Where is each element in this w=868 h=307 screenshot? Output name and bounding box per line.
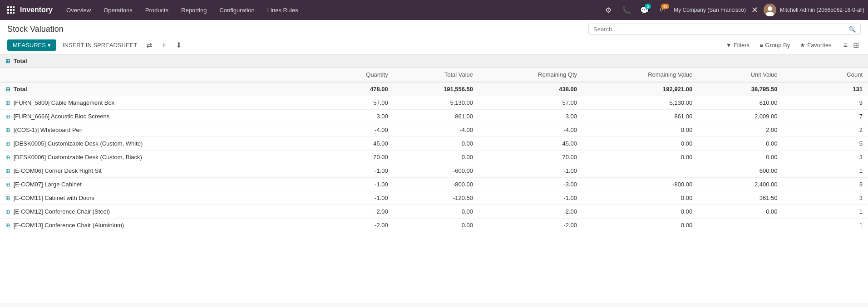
nav-operations[interactable]: Operations <box>97 0 139 20</box>
total-collapse-icon[interactable]: ⊟ <box>5 86 10 93</box>
svg-rect-0 <box>7 6 9 8</box>
clock-icon[interactable]: ⏱ 48 <box>656 3 670 17</box>
svg-rect-4 <box>10 9 12 11</box>
table-row: ⊞ [DESK0006] Customizable Desk (Custom, … <box>0 151 868 164</box>
row-count: 2 <box>783 123 868 137</box>
nav-configuration[interactable]: Configuration <box>213 0 261 20</box>
row-expand-icon[interactable]: ⊞ <box>5 127 10 133</box>
row-remaining-value <box>582 164 698 178</box>
row-quantity: -2.00 <box>308 219 393 232</box>
top-nav: Inventory Overview Operations Products R… <box>0 0 868 20</box>
row-unit-value: 810.00 <box>698 96 783 110</box>
row-remaining-qty: -2.00 <box>478 205 582 219</box>
svg-point-10 <box>768 6 772 11</box>
row-expand-icon[interactable]: ⊞ <box>5 168 10 174</box>
close-icon[interactable]: ✕ <box>751 5 758 15</box>
row-name: ⊞ [E-COM11] Cabinet with Doors <box>0 191 308 205</box>
row-unit-value: 361.50 <box>698 191 783 205</box>
row-count: 9 <box>783 96 868 110</box>
row-total-value: 0.00 <box>394 137 478 151</box>
gear-icon[interactable]: ⚙ <box>601 3 616 17</box>
total-count: 131 <box>783 82 868 96</box>
row-unit-value: 0.00 <box>698 205 783 219</box>
row-quantity: -1.00 <box>308 178 393 191</box>
group-expand-icon[interactable]: ⊞ <box>5 58 10 64</box>
row-expand-icon[interactable]: ⊞ <box>5 222 10 229</box>
nav-products[interactable]: Products <box>139 0 175 20</box>
row-total-value: -4.00 <box>394 123 478 137</box>
row-unit-value: 2,009.00 <box>698 110 783 123</box>
row-name: ⊞ [E-COM12] Conference Chair (Steel) <box>0 205 308 219</box>
nav-reporting[interactable]: Reporting <box>175 0 213 20</box>
table-row: ⊞ [(COS-1)] Whiteboard Pen -4.00 -4.00 -… <box>0 123 868 137</box>
avatar[interactable] <box>764 4 776 16</box>
col-header-unit-value: Unit Value <box>698 68 783 83</box>
row-expand-icon[interactable]: ⊞ <box>5 209 10 215</box>
svg-rect-8 <box>13 12 15 14</box>
group-header-row: ⊞ Total <box>0 55 868 68</box>
column-headers: Quantity Total Value Remaining Qty Remai… <box>0 68 868 83</box>
col-header-count: Count <box>783 68 868 83</box>
chat-badge: 5 <box>645 4 651 9</box>
search-input[interactable] <box>593 26 848 33</box>
table-row: ⊞ [E-COM11] Cabinet with Doors -1.00 -12… <box>0 191 868 205</box>
row-expand-icon[interactable]: ⊞ <box>5 181 10 188</box>
apps-icon[interactable] <box>4 3 18 17</box>
row-remaining-value: 0.00 <box>582 219 698 232</box>
row-total-value: -120.50 <box>394 191 478 205</box>
total-quantity: 478.00 <box>308 82 393 96</box>
phone-icon[interactable]: 📞 <box>619 3 634 17</box>
row-expand-icon[interactable]: ⊞ <box>5 113 10 120</box>
page-title: Stock Valuation <box>7 24 64 34</box>
nav-lines-rules[interactable]: Lines Rules <box>261 0 305 20</box>
user-label[interactable]: Mitchell Admin (20665062-16-0-all) <box>780 7 864 13</box>
group-by-button[interactable]: ≡ Group By <box>756 39 794 51</box>
table-row: ⊞ [DESK0005] Customizable Desk (Custom, … <box>0 137 868 151</box>
row-quantity: 3.00 <box>308 110 393 123</box>
row-name: ⊞ [FURN_6666] Acoustic Bloc Screens <box>0 110 308 123</box>
row-remaining-value: 0.00 <box>582 191 698 205</box>
row-expand-icon[interactable]: ⊞ <box>5 141 10 147</box>
company-label[interactable]: My Company (San Francisco) <box>674 7 746 13</box>
row-total-value: -800.00 <box>394 178 478 191</box>
row-remaining-value: 0.00 <box>582 123 698 137</box>
clock-badge: 48 <box>661 4 669 9</box>
row-name: ⊞ [E-COM13] Conference Chair (Aluminium) <box>0 219 308 232</box>
group-header-cell: ⊞ Total <box>0 55 868 68</box>
add-icon[interactable]: ＋ <box>158 39 170 52</box>
row-count: 5 <box>783 137 868 151</box>
row-total-value: 0.00 <box>394 219 478 232</box>
brand-label[interactable]: Inventory <box>20 6 53 14</box>
row-quantity: -2.00 <box>308 205 393 219</box>
insert-spreadsheet-button[interactable]: INSERT IN SPREADSHEET <box>59 39 141 51</box>
stock-valuation-table: ⊞ Total Quantity Total Value Remaining Q… <box>0 55 868 232</box>
search-bar[interactable]: 🔍 <box>588 24 861 35</box>
row-expand-icon[interactable]: ⊞ <box>5 100 10 106</box>
row-total-value: 861.00 <box>394 110 478 123</box>
row-quantity: 45.00 <box>308 137 393 151</box>
grid-view-button[interactable]: ⊞ <box>851 39 861 51</box>
row-count: 1 <box>783 164 868 178</box>
nav-right: ⚙ 📞 💬 5 ⏱ 48 My Company (San Francisco) … <box>601 3 864 17</box>
row-name: ⊞ [(COS-1)] Whiteboard Pen <box>0 123 308 137</box>
svg-rect-7 <box>10 12 12 14</box>
row-remaining-qty: 70.00 <box>478 151 582 164</box>
toggle-icon[interactable]: ⇄ <box>143 39 155 51</box>
row-expand-icon[interactable]: ⊞ <box>5 195 10 201</box>
row-expand-icon[interactable]: ⊞ <box>5 154 10 161</box>
row-name: ⊞ [E-COM06] Corner Desk Right Sit <box>0 164 308 178</box>
list-view-button[interactable]: ≡ <box>842 39 849 51</box>
download-icon[interactable]: ⬇ <box>173 39 184 51</box>
measures-button[interactable]: MEASURES ▾ <box>7 39 56 51</box>
filters-button[interactable]: ▼ Filters <box>722 39 753 51</box>
chat-icon[interactable]: 💬 5 <box>637 3 652 17</box>
total-total-value: 191,556.50 <box>394 82 478 96</box>
row-total-value: 0.00 <box>394 205 478 219</box>
svg-rect-6 <box>7 12 9 14</box>
favorites-button[interactable]: ★ Favorites <box>796 39 835 51</box>
table-row: ⊞ [E-COM12] Conference Chair (Steel) -2.… <box>0 205 868 219</box>
svg-rect-2 <box>13 6 15 8</box>
row-count: 3 <box>783 191 868 205</box>
nav-overview[interactable]: Overview <box>60 0 97 20</box>
row-remaining-value: 0.00 <box>582 137 698 151</box>
